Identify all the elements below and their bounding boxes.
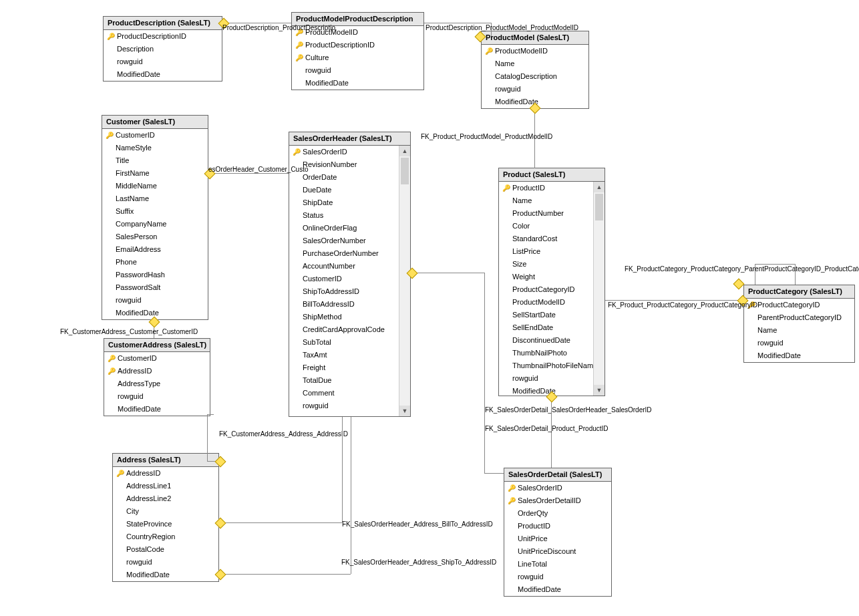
scroll-down-icon[interactable]: ▼ [594,385,605,396]
column-row[interactable]: EmailAddress [102,243,208,256]
column-row[interactable]: ThumbNailPhoto [499,347,605,359]
column-row[interactable]: CustomerID [289,273,410,285]
scroll-thumb[interactable] [595,194,603,220]
column-row[interactable]: Phone [102,256,208,269]
column-row[interactable]: 🔑AddressID [113,467,218,480]
column-row[interactable]: LastName [102,192,208,205]
column-row[interactable]: DiscontinuedDate [499,334,605,347]
column-row[interactable]: ParentProductCategoryID [744,311,854,324]
column-row[interactable]: AddressLine2 [113,492,218,505]
column-row[interactable]: Name [744,324,854,337]
column-row[interactable]: CatalogDescription [482,70,588,83]
column-row[interactable]: MiddleName [102,180,208,192]
column-row[interactable]: 🔑SalesOrderDetailID [504,494,611,507]
column-row[interactable]: ModifiedDate [113,569,218,581]
column-row[interactable]: CompanyName [102,218,208,230]
column-row[interactable]: rowguid [113,556,218,569]
column-row[interactable]: UnitPrice [504,532,611,545]
column-row[interactable]: Comment [289,387,410,400]
scrollbar[interactable]: ▲▼ [399,146,410,416]
column-row[interactable]: SellEndDate [499,321,605,334]
column-row[interactable]: UnitPriceDiscount [504,545,611,558]
entity-productdescription[interactable]: ProductDescription (SalesLT) 🔑ProductDes… [103,16,222,82]
column-row[interactable]: ModifiedDate [292,77,423,90]
column-row[interactable]: DueDate [289,184,410,196]
column-row[interactable]: ThumbnailPhotoFileName [499,359,605,372]
scrollbar[interactable]: ▲▼ [593,182,605,396]
column-row[interactable]: 🔑ProductDescriptionID [292,39,423,51]
column-row[interactable]: Weight [499,271,605,283]
column-row[interactable]: Color [499,220,605,233]
column-row[interactable]: FirstName [102,167,208,180]
column-row[interactable]: rowguid [289,400,410,412]
column-row[interactable]: ProductID [504,520,611,532]
column-row[interactable]: 🔑ProductCategoryID [744,299,854,311]
column-row[interactable]: ModifiedDate [504,583,611,596]
column-row[interactable]: PasswordHash [102,269,208,281]
column-row[interactable]: TaxAmt [289,349,410,361]
entity-address[interactable]: Address (SalesLT) 🔑AddressIDAddressLine1… [112,453,219,582]
column-row[interactable]: Suffix [102,205,208,218]
column-row[interactable]: ShipMethod [289,311,410,323]
column-row[interactable]: CreditCardApprovalCode [289,323,410,336]
column-row[interactable]: ModifiedDate [104,68,222,81]
column-row[interactable]: AddressLine1 [113,480,218,492]
entity-customeraddress[interactable]: CustomerAddress (SalesLT) 🔑CustomerID🔑Ad… [104,338,210,416]
column-row[interactable]: 🔑SalesOrderID [504,482,611,494]
column-row[interactable]: AddressType [104,377,210,390]
column-row[interactable]: 🔑AddressID [104,365,210,377]
column-row[interactable]: rowguid [504,571,611,583]
column-row[interactable]: ListPrice [499,245,605,258]
column-row[interactable]: NameStyle [102,142,208,154]
column-row[interactable]: Size [499,258,605,271]
column-row[interactable]: AccountNumber [289,260,410,273]
column-row[interactable]: ModifiedDate [104,403,210,416]
column-row[interactable]: LineTotal [504,558,611,571]
column-row[interactable]: Title [102,154,208,167]
column-row[interactable]: Freight [289,361,410,374]
column-row[interactable]: Description [104,43,222,55]
scroll-down-icon[interactable]: ▼ [399,406,410,416]
column-row[interactable]: SalesPerson [102,230,208,243]
column-row[interactable]: ProductModelID [499,296,605,309]
column-row[interactable]: ShipDate [289,196,410,209]
column-row[interactable]: PasswordSalt [102,281,208,294]
scroll-thumb[interactable] [401,158,409,184]
column-row[interactable]: 🔑ProductModelID [482,45,588,57]
entity-productcategory[interactable]: ProductCategory (SalesLT) 🔑ProductCatego… [743,285,855,363]
column-row[interactable]: rowguid [482,83,588,96]
entity-salesorderdetail[interactable]: SalesOrderDetail (SalesLT) 🔑SalesOrderID… [504,468,612,597]
entity-customer[interactable]: Customer (SalesLT) 🔑CustomerIDNameStyleT… [102,115,208,320]
column-row[interactable]: rowguid [102,294,208,307]
column-row[interactable]: 🔑Culture [292,51,423,64]
column-row[interactable]: 🔑ProductDescriptionID [104,30,222,43]
column-row[interactable]: StandardCost [499,233,605,245]
column-row[interactable]: StateProvince [113,518,218,530]
column-row[interactable]: rowguid [744,337,854,349]
column-row[interactable]: PostalCode [113,543,218,556]
column-row[interactable]: rowguid [104,55,222,68]
column-row[interactable]: ShipToAddressID [289,285,410,298]
column-row[interactable]: 🔑ProductID [499,182,605,194]
column-row[interactable]: SalesOrderNumber [289,235,410,247]
entity-productmodel[interactable]: ProductModel (SalesLT) 🔑ProductModelIDNa… [481,31,589,109]
column-row[interactable]: CountryRegion [113,530,218,543]
column-row[interactable]: rowguid [499,372,605,385]
column-row[interactable]: ProductCategoryID [499,283,605,296]
column-row[interactable]: 🔑CustomerID [102,129,208,142]
column-row[interactable]: City [113,505,218,518]
scroll-up-icon[interactable]: ▲ [594,182,605,192]
column-row[interactable]: OnlineOrderFlag [289,222,410,235]
column-row[interactable]: rowguid [104,390,210,403]
column-row[interactable]: SellStartDate [499,309,605,321]
column-row[interactable]: ModifiedDate [744,349,854,362]
column-row[interactable]: OrderQty [504,507,611,520]
column-row[interactable]: BillToAddressID [289,298,410,311]
column-row[interactable]: rowguid [292,64,423,77]
column-row[interactable]: Name [499,194,605,207]
column-row[interactable]: Status [289,209,410,222]
column-row[interactable]: ProductNumber [499,207,605,220]
column-row[interactable]: TotalDue [289,374,410,387]
column-row[interactable]: SubTotal [289,336,410,349]
entity-salesorderheader[interactable]: SalesOrderHeader (SalesLT) 🔑SalesOrderID… [289,132,411,417]
